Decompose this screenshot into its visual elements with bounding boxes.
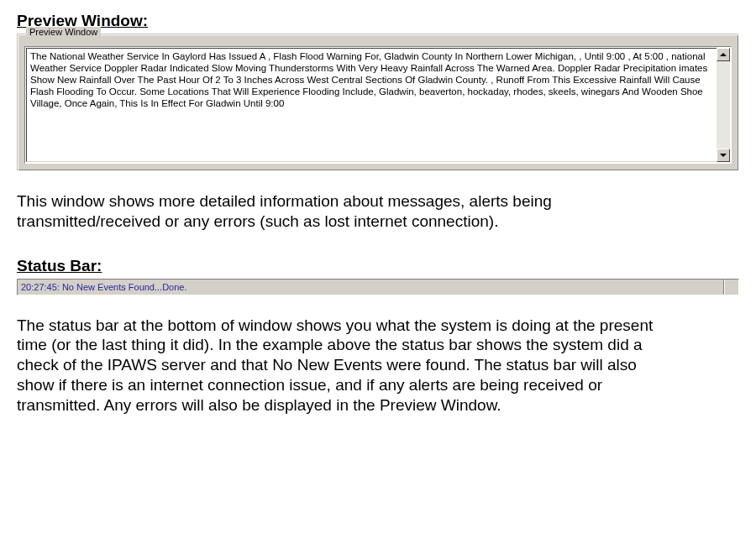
chevron-down-icon (720, 154, 727, 157)
status-bar-grip (723, 280, 738, 295)
preview-window-legend: Preview Window (26, 27, 101, 37)
scroll-down-button[interactable] (717, 149, 730, 162)
preview-scrollbar[interactable] (717, 48, 730, 162)
preview-window-groupbox: Preview Window The National Weather Serv… (17, 34, 739, 171)
status-bar: 20:27:45: No New Events Found...Done. (17, 279, 739, 295)
scroll-up-button[interactable] (717, 48, 730, 61)
preview-heading: Preview Window: (17, 12, 739, 30)
status-heading: Status Bar: (17, 257, 739, 275)
preview-textbox[interactable]: The National Weather Service In Gaylord … (24, 46, 732, 164)
status-bar-text: 20:27:45: No New Events Found...Done. (18, 282, 187, 292)
preview-textbox-content: The National Weather Service In Gaylord … (26, 48, 730, 162)
chevron-up-icon (720, 53, 727, 56)
status-description: The status bar at the bottom of window s… (17, 316, 672, 416)
preview-description: This window shows more detailed informat… (17, 191, 672, 232)
